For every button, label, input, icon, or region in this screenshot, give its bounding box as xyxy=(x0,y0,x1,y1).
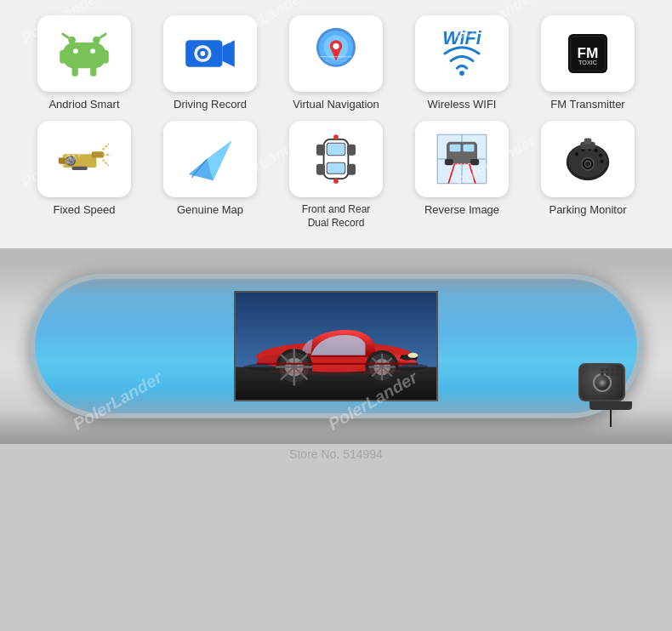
led-2 xyxy=(606,368,609,372)
front-rear-label: Front and RearDual Record xyxy=(302,203,371,230)
feature-front-rear: Front and RearDual Record xyxy=(273,121,399,230)
rear-camera xyxy=(578,363,642,418)
feature-wireless-wifi: WiFi Wireless WIFI xyxy=(399,15,525,111)
reverse-image-icon-box xyxy=(415,121,509,197)
led-8 xyxy=(616,372,619,376)
svg-text:TOXIC: TOXIC xyxy=(578,59,597,66)
feature-virtual-navigation: Virtual Navigation xyxy=(273,15,399,111)
map-icon xyxy=(179,128,241,190)
fixed-speed-icon-box xyxy=(37,121,131,197)
car-display xyxy=(236,293,436,400)
genuine-map-label: Genuine Map xyxy=(177,203,243,216)
svg-rect-32 xyxy=(92,151,104,157)
svg-rect-47 xyxy=(347,145,356,156)
virtual-navigation-label: Virtual Navigation xyxy=(293,98,379,111)
camera-mount xyxy=(589,401,632,410)
feature-genuine-map: Genuine Map xyxy=(147,121,273,230)
led-6 xyxy=(606,372,609,376)
svg-point-25 xyxy=(459,71,464,76)
driving-record-label: Driving Record xyxy=(174,98,247,111)
svg-point-102 xyxy=(269,368,402,375)
car-svg xyxy=(236,293,436,400)
svg-rect-61 xyxy=(463,145,474,152)
svg-marker-12 xyxy=(222,40,234,67)
reverse-image-label: Reverse Image xyxy=(424,203,499,216)
led-3 xyxy=(611,368,614,372)
svg-line-36 xyxy=(103,144,109,150)
camera-leds xyxy=(601,368,620,376)
svg-rect-4 xyxy=(63,43,105,68)
svg-line-3 xyxy=(100,34,105,37)
parking-monitor-label: Parking Monitor xyxy=(549,203,626,216)
camera-wire xyxy=(610,410,612,427)
svg-rect-62 xyxy=(445,159,453,165)
svg-point-50 xyxy=(333,134,339,139)
svg-point-100 xyxy=(408,353,419,358)
svg-rect-48 xyxy=(316,164,325,175)
android-smart-icon-box xyxy=(37,15,131,92)
svg-rect-63 xyxy=(470,159,479,165)
svg-rect-9 xyxy=(72,67,78,77)
svg-rect-76 xyxy=(584,139,592,145)
svg-point-34 xyxy=(69,159,72,162)
camera-lens-inner xyxy=(598,378,607,387)
svg-point-73 xyxy=(599,154,602,157)
svg-rect-46 xyxy=(316,145,325,156)
mirror-section xyxy=(0,248,672,444)
dual-record-icon xyxy=(305,128,367,190)
fm-icon: FM TOXIC xyxy=(557,23,618,84)
reverse-icon xyxy=(431,128,493,190)
driving-record-icon-box xyxy=(163,15,257,92)
svg-rect-60 xyxy=(450,145,461,152)
speed-icon xyxy=(54,128,115,190)
svg-point-72 xyxy=(594,149,597,152)
features-row-2: Fixed Speed Genuine Map xyxy=(9,121,663,240)
fm-transmitter-label: FM Transmitter xyxy=(550,98,624,111)
feature-parking-monitor: Parking Monitor xyxy=(525,121,651,230)
genuine-map-icon-box xyxy=(163,121,257,197)
svg-point-15 xyxy=(200,51,205,56)
feature-fixed-speed: Fixed Speed xyxy=(21,121,147,230)
feature-android-smart: Andriod Smart xyxy=(21,15,147,111)
parking-monitor-icon-box xyxy=(541,121,635,197)
wireless-wifi-label: Wireless WIFI xyxy=(428,98,497,111)
svg-point-8 xyxy=(90,48,95,54)
parking-icon xyxy=(557,128,618,190)
svg-line-38 xyxy=(103,160,109,166)
led-7 xyxy=(611,372,614,376)
svg-line-2 xyxy=(63,34,68,37)
feature-driving-record: Driving Record xyxy=(147,15,273,111)
store-watermark: Store No. 514994 xyxy=(289,447,383,461)
wireless-wifi-icon-box: WiFi xyxy=(415,15,509,92)
svg-text:WiFi: WiFi xyxy=(442,27,481,48)
svg-point-74 xyxy=(600,160,603,163)
svg-point-20 xyxy=(333,43,339,49)
front-rear-icon-box xyxy=(289,121,383,197)
svg-rect-6 xyxy=(103,50,109,64)
features-section: Andriod Smart Driving Record xyxy=(0,0,672,248)
svg-point-69 xyxy=(575,152,578,156)
svg-rect-45 xyxy=(327,162,345,173)
led-1 xyxy=(601,368,604,372)
svg-rect-35 xyxy=(72,167,88,170)
svg-rect-5 xyxy=(60,50,65,64)
android-icon xyxy=(54,23,115,84)
led-5 xyxy=(601,372,604,376)
navigation-icon xyxy=(305,23,367,84)
feature-fm-transmitter: FM TOXIC FM Transmitter xyxy=(525,15,651,111)
fixed-speed-label: Fixed Speed xyxy=(54,203,116,216)
features-row-1: Andriod Smart Driving Record xyxy=(9,15,663,121)
android-smart-label: Andriod Smart xyxy=(48,98,119,111)
led-4 xyxy=(616,368,619,372)
virtual-navigation-icon-box xyxy=(289,15,383,92)
svg-point-78 xyxy=(584,161,590,167)
mirror-screen xyxy=(234,291,438,401)
wifi-icon: WiFi xyxy=(431,23,493,84)
feature-reverse-image: Reverse Image xyxy=(399,121,525,230)
svg-rect-49 xyxy=(347,164,356,175)
svg-point-7 xyxy=(73,48,78,54)
svg-point-51 xyxy=(333,179,339,184)
mirror-body xyxy=(30,274,642,418)
camera-icon xyxy=(179,23,241,84)
svg-rect-10 xyxy=(90,67,96,77)
